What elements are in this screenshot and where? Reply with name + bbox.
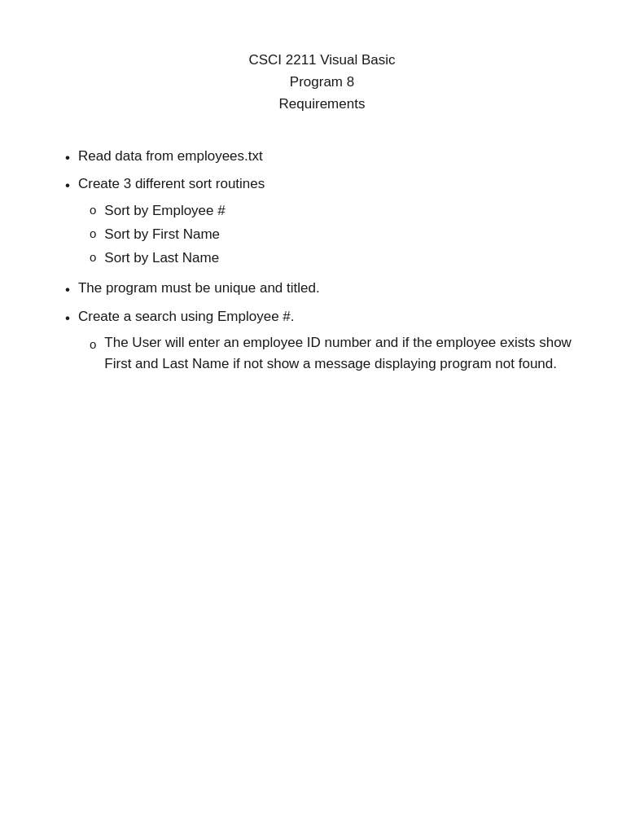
list-item-1-text: Read data from employees.txt <box>78 145 579 169</box>
sub-list-item-2-3: o Sort by Last Name <box>90 247 226 270</box>
bullet-icon-3: • <box>65 279 70 302</box>
sub-bullet-icon-4-1: o <box>90 334 96 355</box>
list-item-3-text: The program must be unique and titled. <box>78 277 579 301</box>
content-section: • Read data from employees.txt • Create … <box>65 145 579 379</box>
sub-list-4: o The User will enter an employee ID num… <box>90 332 579 375</box>
sub-bullet-icon-2-1: o <box>90 200 96 221</box>
sub-item-2-3-text: Sort by Last Name <box>104 247 225 270</box>
sub-list-item-2-2: o Sort by First Name <box>90 223 226 247</box>
page: CSCI 2211 Visual Basic Program 8 Require… <box>0 0 644 834</box>
sub-item-4-1-text: The User will enter an employee ID numbe… <box>104 332 579 375</box>
list-item-3: • The program must be unique and titled. <box>65 277 579 302</box>
list-item-4-text: Create a search using Employee #. <box>78 305 295 329</box>
sub-list-item-2-1: o Sort by Employee # <box>90 200 226 223</box>
sub-list-2: o Sort by Employee # o Sort by First Nam… <box>90 200 226 270</box>
list-item-2: • Create 3 different sort routines o Sor… <box>65 173 579 274</box>
course-title: CSCI 2211 Visual Basic <box>65 49 579 71</box>
sub-item-2-2-text: Sort by First Name <box>104 223 225 247</box>
sub-list-item-4-1: o The User will enter an employee ID num… <box>90 332 579 375</box>
bullet-icon-1: • <box>65 147 70 170</box>
list-item-4: • Create a search using Employee #. o Th… <box>65 305 579 379</box>
bullet-icon-2: • <box>65 174 70 198</box>
sub-bullet-icon-2-2: o <box>90 223 96 244</box>
sub-item-2-1-text: Sort by Employee # <box>104 200 225 223</box>
bullet-icon-4: • <box>65 307 70 331</box>
requirements-label: Requirements <box>65 93 579 115</box>
sub-bullet-icon-2-3: o <box>90 247 96 268</box>
program-title: Program 8 <box>65 71 579 93</box>
list-item-2-text: Create 3 different sort routines <box>78 173 265 196</box>
list-item-1: • Read data from employees.txt <box>65 145 579 170</box>
main-bullet-list: • Read data from employees.txt • Create … <box>65 145 579 379</box>
header-section: CSCI 2211 Visual Basic Program 8 Require… <box>65 49 579 116</box>
